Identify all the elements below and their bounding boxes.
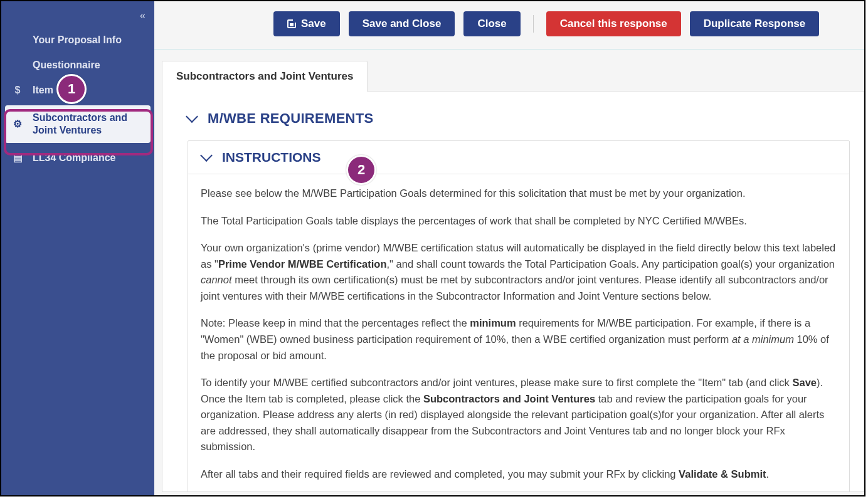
sidebar-item-label: Your Proposal Info bbox=[33, 34, 144, 46]
instructions-p2: The Total Participation Goals table disp… bbox=[201, 213, 837, 229]
instructions-header[interactable]: INSTRUCTIONS bbox=[188, 141, 849, 174]
toolbar-separator bbox=[533, 15, 534, 33]
sidebar-item-label: Questionnaire bbox=[33, 59, 144, 71]
annotation-callout-2: 2 bbox=[346, 155, 376, 185]
close-button[interactable]: Close bbox=[463, 11, 520, 36]
collapse-sidebar-icon[interactable]: « bbox=[140, 10, 146, 21]
instructions-p4: Note: Please keep in mind that the perce… bbox=[201, 315, 837, 364]
instructions-p1: Please see below the M/WBE Participation… bbox=[201, 186, 837, 202]
section-title: M/WBE REQUIREMENTS bbox=[208, 110, 374, 127]
cancel-response-button[interactable]: Cancel this response bbox=[546, 11, 681, 36]
sidebar-item-label: LL34 Compliance bbox=[33, 152, 144, 164]
save-button[interactable]: Save bbox=[273, 11, 340, 36]
sidebar-item-proposal-info[interactable]: Your Proposal Info bbox=[1, 28, 154, 53]
instructions-body: Please see below the M/WBE Participation… bbox=[188, 174, 849, 492]
content-area: Subcontractors and Joint Ventures M/WBE … bbox=[154, 50, 864, 495]
save-and-close-button[interactable]: Save and Close bbox=[349, 11, 455, 36]
save-icon bbox=[287, 19, 296, 28]
main-area: Save Save and Close Close Cancel this re… bbox=[154, 1, 864, 495]
chevron-down-icon bbox=[200, 149, 213, 162]
tab-panel: M/WBE REQUIREMENTS INSTRUCTIONS Please s… bbox=[162, 91, 864, 492]
sidebar-item-questionnaire[interactable]: Questionnaire bbox=[1, 53, 154, 78]
section-mwbe-header[interactable]: M/WBE REQUIREMENTS bbox=[188, 110, 852, 127]
instructions-card: INSTRUCTIONS Please see below the M/WBE … bbox=[188, 140, 850, 492]
toolbar: Save Save and Close Close Cancel this re… bbox=[154, 1, 864, 50]
instructions-p3: Your own organization's (prime vendor) M… bbox=[201, 240, 837, 304]
sidebar-item-subcontractors[interactable]: ⚙ Subcontractors and Joint Ventures bbox=[5, 105, 151, 143]
document-icon: ▤ bbox=[11, 152, 24, 164]
instructions-p5: To identify your M/WBE certified subcont… bbox=[201, 375, 837, 455]
instructions-p6: After all tabs and their required fields… bbox=[201, 466, 837, 483]
annotation-callout-1: 1 bbox=[56, 74, 87, 104]
gear-icon: ⚙ bbox=[11, 118, 24, 130]
sidebar-item-ll34[interactable]: ▤ LL34 Compliance bbox=[1, 145, 154, 171]
duplicate-response-button[interactable]: Duplicate Response bbox=[690, 11, 820, 36]
sidebar-item-label: Subcontractors and Joint Ventures bbox=[33, 112, 144, 137]
save-button-label: Save bbox=[301, 18, 326, 30]
chevron-down-icon bbox=[186, 110, 198, 123]
sidebar-item-label: Item bbox=[33, 84, 144, 97]
dollar-icon: $ bbox=[11, 84, 24, 97]
tab-subcontractors[interactable]: Subcontractors and Joint Ventures bbox=[162, 61, 368, 92]
instructions-title: INSTRUCTIONS bbox=[222, 150, 321, 165]
